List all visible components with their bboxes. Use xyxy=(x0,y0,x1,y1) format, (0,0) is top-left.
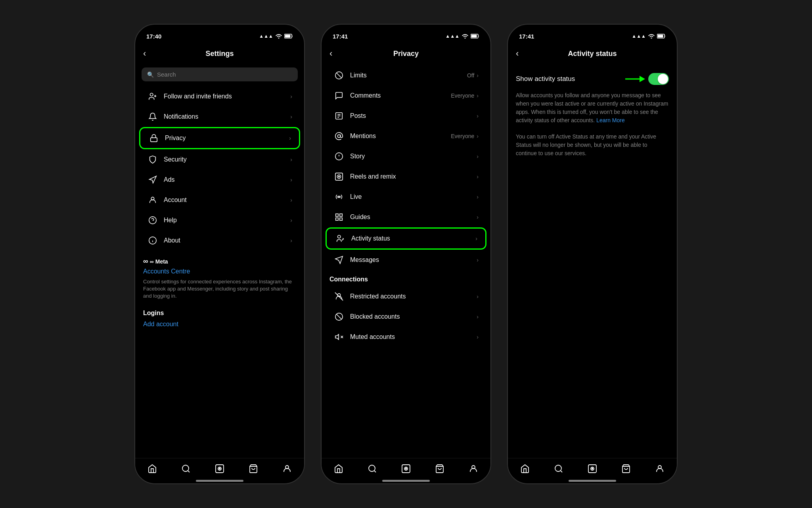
back-button-2[interactable]: ‹ xyxy=(329,48,332,59)
chevron-icon: › xyxy=(289,135,291,141)
nav-search-1[interactable] xyxy=(175,462,197,475)
privacy-icon xyxy=(148,134,159,142)
menu-item-security[interactable]: Security › xyxy=(139,150,300,169)
help-label: Help xyxy=(164,217,290,224)
nav-reels-1[interactable] xyxy=(209,462,231,475)
menu-item-story[interactable]: Story › xyxy=(326,146,486,166)
story-icon xyxy=(333,152,345,161)
chevron-icon: › xyxy=(290,93,292,100)
chevron-icon: › xyxy=(477,314,479,320)
account-right: › xyxy=(290,197,292,203)
menu-item-about[interactable]: About › xyxy=(139,231,300,250)
activity-status-toggle[interactable] xyxy=(648,73,669,85)
guides-icon xyxy=(333,213,345,221)
status-bar-3: 17:41 ▲▲▲ xyxy=(508,25,677,44)
menu-item-activity-status[interactable]: Activity status › xyxy=(326,227,486,250)
back-button-3[interactable]: ‹ xyxy=(516,48,519,59)
help-icon xyxy=(147,216,158,225)
nav-reels-2[interactable] xyxy=(395,462,417,475)
nav-profile-1[interactable] xyxy=(276,462,298,475)
nav-shop-3[interactable] xyxy=(615,462,637,475)
security-label: Security xyxy=(164,156,290,163)
nav-search-2[interactable] xyxy=(361,462,383,475)
status-icons-1: ▲▲▲ xyxy=(259,33,293,40)
menu-item-comments[interactable]: Comments Everyone › xyxy=(326,86,486,106)
limits-right: Off › xyxy=(467,72,479,79)
phone-privacy: 17:41 ▲▲▲ ‹ Privacy xyxy=(321,24,491,484)
signal-icon: ▲▲▲ xyxy=(259,33,273,39)
status-bar-2: 17:41 ▲▲▲ xyxy=(322,25,490,44)
chevron-icon: › xyxy=(477,334,479,340)
nav-search-3[interactable] xyxy=(548,462,570,475)
nav-profile-3[interactable] xyxy=(649,462,671,475)
accounts-centre-link[interactable]: Accounts Centre xyxy=(143,268,296,275)
chevron-icon: › xyxy=(290,177,292,183)
menu-item-account[interactable]: Account › xyxy=(139,190,300,210)
wifi-icon-2 xyxy=(462,33,468,40)
menu-item-limits[interactable]: Limits Off › xyxy=(326,65,486,85)
chevron-icon: › xyxy=(477,293,479,300)
nav-bar-3: ‹ Activity status xyxy=(508,44,677,65)
guides-label: Guides xyxy=(350,214,477,221)
account-icon xyxy=(147,196,158,204)
phones-container: 17:40 ▲▲▲ ‹ Settings 🔍 Sear xyxy=(134,24,678,484)
nav-bar-2: ‹ Privacy xyxy=(322,44,490,65)
menu-item-follow[interactable]: Follow and invite friends › xyxy=(139,87,300,106)
messages-right: › xyxy=(477,257,479,263)
back-button-1[interactable]: ‹ xyxy=(143,48,146,59)
activity-description-1: Allow accounts you follow and anyone you… xyxy=(516,91,669,125)
menu-item-blocked[interactable]: Blocked accounts › xyxy=(326,307,486,327)
activity-status-content: Show activity status xyxy=(508,65,677,165)
nav-reels-3[interactable] xyxy=(581,462,603,475)
page-title-2: Privacy xyxy=(393,50,419,58)
learn-more-link[interactable]: Learn More xyxy=(596,117,625,123)
bottom-nav-3 xyxy=(508,458,677,477)
phone-activity-status: 17:41 ▲▲▲ ‹ Activity status xyxy=(507,24,678,484)
nav-home-2[interactable] xyxy=(327,462,350,475)
menu-item-guides[interactable]: Guides › xyxy=(326,207,486,227)
muted-icon xyxy=(333,333,345,341)
menu-item-posts[interactable]: Posts › xyxy=(326,106,486,126)
menu-item-reels[interactable]: Reels and remix › xyxy=(326,167,486,187)
blocked-label: Blocked accounts xyxy=(350,313,477,320)
menu-item-muted[interactable]: Muted accounts › xyxy=(326,327,486,347)
search-placeholder: Search xyxy=(157,71,176,78)
logins-section: Logins Add account xyxy=(135,306,304,334)
messages-icon xyxy=(333,256,345,264)
chevron-icon: › xyxy=(477,214,479,220)
reels-icon xyxy=(333,172,345,181)
green-arrow-icon xyxy=(625,74,645,84)
menu-item-notifications[interactable]: Notifications › xyxy=(139,107,300,127)
svg-marker-59 xyxy=(640,76,645,82)
nav-home-3[interactable] xyxy=(514,462,536,475)
chevron-icon: › xyxy=(290,197,292,203)
search-bar[interactable]: 🔍 Search xyxy=(142,67,298,81)
menu-item-privacy[interactable]: Privacy › xyxy=(139,127,300,149)
svg-rect-4 xyxy=(151,138,157,142)
comments-icon xyxy=(333,91,345,100)
home-indicator-3 xyxy=(569,480,616,482)
home-indicator-1 xyxy=(196,480,243,482)
toggle-area xyxy=(625,73,669,85)
menu-item-help[interactable]: Help › xyxy=(139,210,300,230)
menu-item-messages[interactable]: Messages › xyxy=(326,250,486,270)
menu-item-restricted[interactable]: Restricted accounts › xyxy=(326,287,486,306)
nav-shop-2[interactable] xyxy=(429,462,451,475)
settings-menu: Follow and invite friends › Notification… xyxy=(135,86,304,458)
chevron-icon: › xyxy=(290,217,292,223)
chevron-icon: › xyxy=(477,133,479,139)
menu-item-live[interactable]: Live › xyxy=(326,187,486,207)
add-account-link[interactable]: Add account xyxy=(143,321,296,328)
nav-shop-1[interactable] xyxy=(242,462,264,475)
svg-rect-57 xyxy=(658,35,663,37)
reels-label: Reels and remix xyxy=(350,173,477,180)
messages-label: Messages xyxy=(350,256,477,264)
menu-item-ads[interactable]: Ads › xyxy=(139,170,300,190)
restricted-right: › xyxy=(477,293,479,300)
activity-status-icon xyxy=(335,234,346,243)
help-right: › xyxy=(290,217,292,223)
muted-right: › xyxy=(477,334,479,340)
nav-home-1[interactable] xyxy=(141,462,163,475)
menu-item-mentions[interactable]: Mentions Everyone › xyxy=(326,126,486,146)
nav-profile-2[interactable] xyxy=(462,462,485,475)
